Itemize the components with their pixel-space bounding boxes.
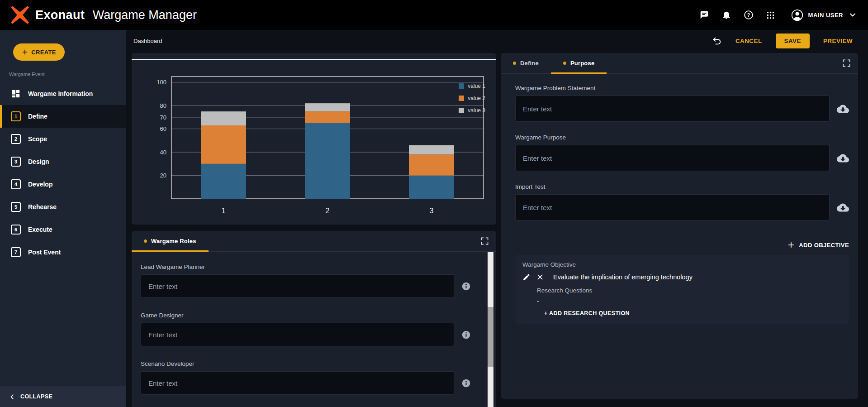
sidebar-item-label: Design [28,158,49,165]
sidebar-item-scope[interactable]: 2 Scope [0,128,126,150]
undo-icon[interactable] [712,36,722,46]
legend-swatch [459,96,464,101]
notifications-bell-icon[interactable] [721,10,731,20]
field-scenario-developer: Scenario Developer [141,360,471,395]
sidebar-section-label: Wargame Event [9,72,126,77]
preview-button[interactable]: PREVIEW [823,38,853,44]
tab-purpose[interactable]: Purpose [551,53,607,73]
sidebar-item-develop[interactable]: 4 Develop [0,173,126,196]
expand-icon[interactable] [842,59,851,67]
scrollbar[interactable] [488,252,493,407]
define-purpose-card: Define Purpose Wargame Problem Statement [501,53,858,399]
create-button[interactable]: CREATE [13,43,65,61]
sidebar-item-label: Wargame Information [28,90,93,97]
purpose-card-body: Wargame Problem Statement Wargame Purpos… [501,74,858,324]
user-menu[interactable]: MAIN USER [791,9,857,21]
field-label: Lead Wargame Planner [141,263,471,270]
chevron-down-icon [848,10,857,19]
apps-grid-icon[interactable] [766,10,775,20]
step-1-icon: 1 [11,111,21,121]
tab-dot-icon [513,62,516,65]
step-4-icon: 4 [11,179,21,189]
tab-dot-icon [144,239,147,243]
scrollbar-thumb[interactable] [488,307,493,367]
step-7-icon: 7 [11,247,21,257]
sidebar-item-label: Rehearse [28,203,57,211]
cloud-download-icon[interactable] [837,201,849,214]
wargame-objective-panel: Wargame Objective Evaluate the implicati… [515,255,849,324]
legend-swatch [459,108,464,113]
wargame-roles-card: Wargame Roles Lead Wargame Planner [132,231,496,407]
brand: Exonaut Wargame Manager [11,6,197,24]
sidebar-item-label: Define [28,113,47,120]
add-research-question-button[interactable]: + ADD RESEARCH QUESTION [522,310,842,316]
chat-icon[interactable] [699,10,709,20]
step-3-icon: 3 [11,157,21,167]
wargame-purpose-input[interactable] [515,145,830,171]
problem-statement-input[interactable] [515,96,830,122]
field-label: Import Test [515,183,849,190]
step-5-icon: 5 [11,202,21,212]
field-wargame-purpose: Wargame Purpose [515,134,849,171]
sidebar-item-label: Execute [28,226,52,233]
cloud-download-icon[interactable] [837,152,849,164]
info-icon[interactable] [461,378,471,388]
legend-swatch [459,83,464,89]
objective-section-label: Wargame Objective [522,261,842,268]
research-questions-label: Research Questions [522,287,842,294]
sidebar-item-label: Develop [28,181,52,188]
step-6-icon: 6 [11,225,21,235]
delete-x-icon[interactable] [536,273,544,281]
tab-wargame-roles[interactable]: Wargame Roles [132,231,209,251]
field-label: Wargame Purpose [515,134,849,141]
avatar-icon [791,9,803,21]
legend-label: value 3 [468,107,485,114]
cloud-download-icon[interactable] [837,103,849,115]
sidebar-item-execute[interactable]: 6 Execute [0,218,126,241]
brand-name: Exonaut [35,8,85,22]
sidebar-item-wargame-information[interactable]: Wargame Information [0,82,126,105]
create-button-label: CREATE [31,49,56,56]
page-header: Dashboard CANCEL SAVE PREVIEW [126,30,868,52]
legend-item: value 1 [459,83,485,89]
step-2-icon: 2 [11,134,21,144]
info-icon[interactable] [461,330,471,340]
scenario-developer-input[interactable] [141,371,454,395]
chart-legend: value 1value 2value 3 [459,83,485,114]
collapse-button[interactable]: COLLAPSE [0,386,126,407]
info-icon[interactable] [461,282,471,291]
edit-pencil-icon[interactable] [522,273,531,281]
breadcrumb: Dashboard [133,38,162,44]
svg-text:2: 2 [326,207,330,215]
app-subtitle: Wargame Manager [93,8,197,22]
sidebar-item-rehearse[interactable]: 5 Rehearse [0,196,126,218]
sidebar-item-design[interactable]: 3 Design [0,150,126,173]
topbar-actions: ? MAIN USER [699,9,857,21]
cancel-button[interactable]: CANCEL [735,38,762,44]
purpose-card-header: Define Purpose [501,53,858,74]
legend-label: value 2 [468,95,485,101]
lead-wargame-planner-input[interactable] [141,274,454,298]
header-actions: CANCEL SAVE PREVIEW [712,34,853,48]
chart-divider [132,59,496,60]
import-test-input[interactable] [515,194,830,220]
objective-text: Evaluate the implication of emerging tec… [553,273,693,281]
sidebar-item-post-event[interactable]: 7 Post Event [0,241,126,263]
svg-text:40: 40 [160,149,166,156]
tab-label: Wargame Roles [151,238,196,244]
help-icon[interactable]: ? [744,10,754,20]
research-questions-value: - [522,297,842,305]
app-root: Exonaut Wargame Manager ? [0,0,868,407]
add-objective-button[interactable]: ADD OBJECTIVE [515,241,849,249]
save-button[interactable]: SAVE [776,34,810,48]
expand-icon[interactable] [480,237,489,245]
tab-define[interactable]: Define [501,53,551,73]
field-label: Game Designer [141,312,471,319]
exonaut-logo-icon [11,6,29,24]
game-designer-input[interactable] [141,323,454,346]
svg-text:100: 100 [157,79,166,86]
roles-card-header: Wargame Roles [132,231,496,252]
svg-text:?: ? [747,12,749,18]
field-label: Wargame Problem Statement [515,85,849,91]
sidebar-item-define[interactable]: 1 Define [0,105,126,128]
